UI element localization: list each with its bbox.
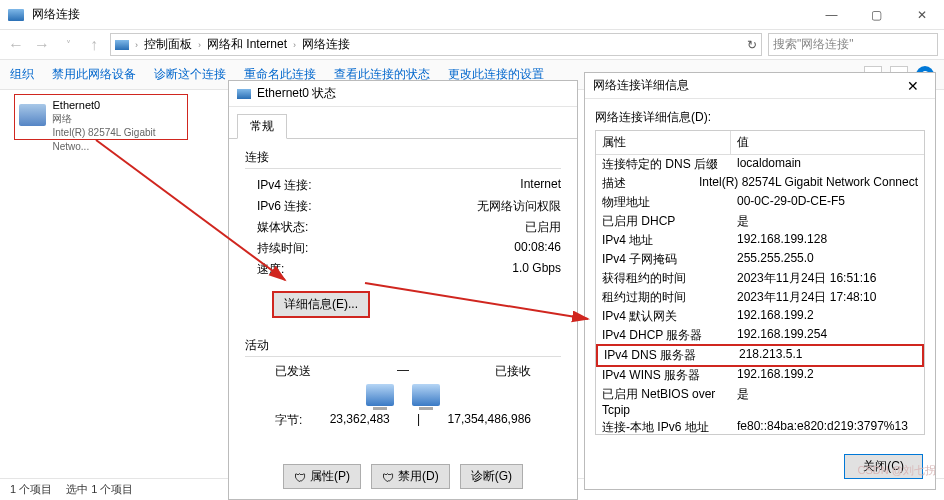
address-bar: ← → ˅ ↑ › 控制面板› 网络和 Internet› 网络连接 ↻ 搜索"… <box>0 30 944 60</box>
sent-label: 已发送 <box>275 363 311 380</box>
val-cell: 192.168.199.2 <box>731 307 924 326</box>
breadcrumb-item[interactable]: 网络和 Internet <box>207 36 287 53</box>
table-row[interactable]: 物理地址00-0C-29-0D-CE-F5 <box>596 193 924 212</box>
watermark: CSDN @刘七拐 <box>858 463 936 478</box>
diagnose-button[interactable]: 诊断(G) <box>460 464 523 489</box>
details-list: 属性 值 连接特定的 DNS 后缀localdomain描述Intel(R) 8… <box>595 130 925 435</box>
bytes-sent: 23,362,483 <box>330 412 390 429</box>
window-titlebar: 网络连接 — ▢ ✕ <box>0 0 944 30</box>
table-row[interactable]: 连接-本地 IPv6 地址fe80::84ba:e820:d219:3797%1… <box>596 418 924 435</box>
val-cell: 00-0C-29-0D-CE-F5 <box>731 193 924 212</box>
breadcrumb-item[interactable]: 网络连接 <box>302 36 350 53</box>
cmd-diagnose[interactable]: 诊断这个连接 <box>154 66 226 83</box>
row-value: 00:08:46 <box>514 240 561 257</box>
prop-cell: IPv4 子网掩码 <box>596 250 731 269</box>
table-row[interactable]: 连接特定的 DNS 后缀localdomain <box>596 155 924 174</box>
prop-cell: 连接-本地 IPv6 地址 <box>596 418 731 435</box>
close-button[interactable]: ✕ <box>899 0 944 30</box>
monitor-icon <box>366 384 394 406</box>
tab-general[interactable]: 常规 <box>237 114 287 139</box>
prop-cell: 已启用 NetBIOS over Tcpip <box>596 385 731 418</box>
search-input[interactable]: 搜索"网络连接" <box>768 33 938 56</box>
monitor-icon <box>412 384 440 406</box>
row-value: 已启用 <box>525 219 561 236</box>
table-row[interactable]: IPv4 DNS 服务器218.213.5.1 <box>596 344 924 367</box>
table-row[interactable]: IPv4 地址192.168.199.128 <box>596 231 924 250</box>
prop-cell: IPv4 DHCP 服务器 <box>596 326 731 345</box>
properties-button[interactable]: 🛡属性(P) <box>283 464 361 489</box>
status-dialog: Ethernet0 状态 常规 连接 IPv4 连接:InternetIPv6 … <box>228 80 578 500</box>
window-title: 网络连接 <box>32 6 80 23</box>
group-activity: 活动 <box>245 337 561 354</box>
row-value: Internet <box>520 177 561 194</box>
adapter-device: Intel(R) 82574L Gigabit Netwo... <box>52 126 183 154</box>
prop-cell: 已启用 DHCP <box>596 212 731 231</box>
breadcrumb-item[interactable]: 控制面板 <box>144 36 192 53</box>
table-row[interactable]: 租约过期的时间2023年11月24日 17:48:10 <box>596 288 924 307</box>
prop-cell: 描述 <box>596 174 693 193</box>
val-cell: 192.168.199.254 <box>731 326 924 345</box>
minimize-button[interactable]: — <box>809 0 854 30</box>
prop-cell: IPv4 WINS 服务器 <box>596 366 731 385</box>
up-button[interactable]: ↑ <box>84 36 104 54</box>
table-row[interactable]: IPv4 子网掩码255.255.255.0 <box>596 250 924 269</box>
recv-label: 已接收 <box>495 363 531 380</box>
row-label: 持续时间: <box>257 240 308 257</box>
table-row[interactable]: 获得租约的时间2023年11月24日 16:51:16 <box>596 269 924 288</box>
prop-cell: IPv4 DNS 服务器 <box>598 346 733 365</box>
col-property: 属性 <box>596 131 731 154</box>
adapter-net: 网络 <box>52 112 183 126</box>
row-value: 1.0 Gbps <box>512 261 561 278</box>
prop-cell: 获得租约的时间 <box>596 269 731 288</box>
table-row[interactable]: IPv4 WINS 服务器192.168.199.2 <box>596 366 924 385</box>
refresh-button[interactable]: ↻ <box>747 38 757 52</box>
adapter-name: Ethernet0 <box>52 98 183 112</box>
bytes-label: 字节: <box>275 412 302 429</box>
list-label: 网络连接详细信息(D): <box>595 109 925 126</box>
prop-cell: 租约过期的时间 <box>596 288 731 307</box>
details-dialog: 网络连接详细信息 ✕ 网络连接详细信息(D): 属性 值 连接特定的 DNS 后… <box>584 72 936 490</box>
val-cell: 是 <box>731 385 924 418</box>
val-cell: 2023年11月24日 17:48:10 <box>731 288 924 307</box>
row-label: IPv4 连接: <box>257 177 312 194</box>
maximize-button[interactable]: ▢ <box>854 0 899 30</box>
val-cell: 2023年11月24日 16:51:16 <box>731 269 924 288</box>
prop-cell: IPv4 默认网关 <box>596 307 731 326</box>
row-label: IPv6 连接: <box>257 198 312 215</box>
val-cell: 218.213.5.1 <box>733 346 922 365</box>
table-row[interactable]: 已启用 NetBIOS over Tcpip是 <box>596 385 924 418</box>
status-count: 1 个项目 <box>10 482 52 497</box>
shield-icon: 🛡 <box>294 471 306 483</box>
row-value: 无网络访问权限 <box>477 198 561 215</box>
breadcrumb[interactable]: › 控制面板› 网络和 Internet› 网络连接 ↻ <box>110 33 762 56</box>
history-button[interactable]: ˅ <box>58 39 78 50</box>
shield-icon: 🛡 <box>382 471 394 483</box>
dialog-icon <box>237 89 251 99</box>
cmd-organize[interactable]: 组织 <box>10 66 34 83</box>
close-button[interactable]: ✕ <box>899 78 927 94</box>
prop-cell: 物理地址 <box>596 193 731 212</box>
val-cell: 是 <box>731 212 924 231</box>
row-label: 速度: <box>257 261 284 278</box>
col-value: 值 <box>731 131 755 154</box>
table-row[interactable]: IPv4 DHCP 服务器192.168.199.254 <box>596 326 924 345</box>
val-cell: 192.168.199.128 <box>731 231 924 250</box>
table-row[interactable]: IPv4 默认网关192.168.199.2 <box>596 307 924 326</box>
disable-button[interactable]: 🛡禁用(D) <box>371 464 450 489</box>
val-cell: fe80::84ba:e820:d219:3797%13 <box>731 418 924 435</box>
bytes-recv: 17,354,486,986 <box>448 412 531 429</box>
val-cell: localdomain <box>731 155 924 174</box>
table-row[interactable]: 已启用 DHCP是 <box>596 212 924 231</box>
forward-button[interactable]: → <box>32 36 52 54</box>
val-cell: 255.255.255.0 <box>731 250 924 269</box>
status-selection: 选中 1 个项目 <box>66 482 133 497</box>
val-cell: 192.168.199.2 <box>731 366 924 385</box>
adapter-icon <box>19 104 46 126</box>
back-button[interactable]: ← <box>6 36 26 54</box>
group-connection: 连接 <box>245 149 561 166</box>
details-button[interactable]: 详细信息(E)... <box>273 292 369 317</box>
table-row[interactable]: 描述Intel(R) 82574L Gigabit Network Connec… <box>596 174 924 193</box>
dialog-title: 网络连接详细信息 <box>593 77 689 94</box>
adapter-item[interactable]: Ethernet0 网络 Intel(R) 82574L Gigabit Net… <box>14 94 188 140</box>
cmd-disable[interactable]: 禁用此网络设备 <box>52 66 136 83</box>
